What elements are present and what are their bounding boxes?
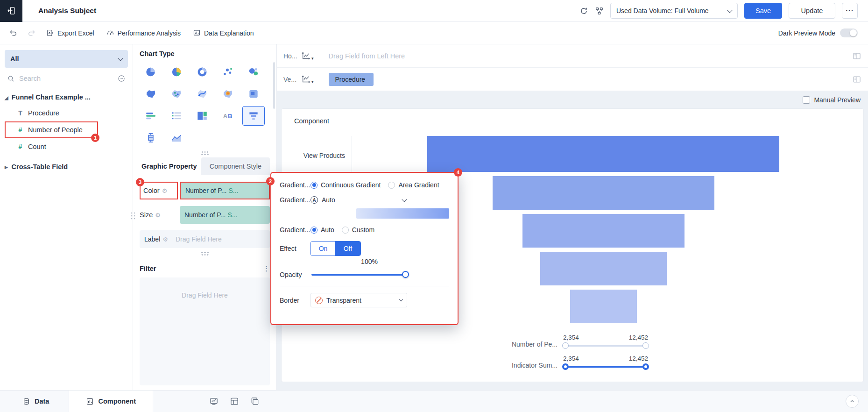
add-chart-icon[interactable]: [209, 397, 219, 406]
gradient-scheme-value: Auto: [322, 196, 335, 204]
map-heat-icon[interactable]: [217, 84, 239, 104]
field-item-number-of-people[interactable]: # Number of People 1: [5, 121, 98, 138]
funnel-bar[interactable]: [427, 136, 779, 172]
topbar: Analysis Subject Used Data Volume: Full …: [0, 0, 868, 22]
more-button[interactable]: ···: [842, 3, 858, 19]
manual-preview-checkbox[interactable]: [803, 96, 810, 104]
tree-root-node[interactable]: Funnel Chart Example ...: [5, 89, 128, 105]
funnel-bar[interactable]: [570, 290, 637, 323]
treemap-icon[interactable]: [191, 106, 213, 126]
border-select[interactable]: Transparent: [311, 293, 407, 307]
horizontal-axis-icon[interactable]: [301, 51, 314, 61]
radio-custom[interactable]: Custom: [342, 226, 374, 234]
tab-component[interactable]: Component: [69, 391, 153, 412]
effect-on-button[interactable]: On: [311, 242, 335, 256]
procedure-field-pill[interactable]: Procedure: [329, 73, 374, 86]
scope-select[interactable]: All: [5, 50, 128, 68]
dark-preview-toggle[interactable]: [840, 28, 858, 37]
funnel-bar[interactable]: [540, 252, 667, 285]
pie-multi-icon[interactable]: [165, 62, 188, 82]
slider-handle-right[interactable]: [642, 363, 649, 370]
area-chart-icon[interactable]: [165, 128, 188, 148]
search-input[interactable]: [19, 75, 113, 82]
slider-label: Number of Pe...: [486, 341, 557, 349]
horizontal-shelf-drop[interactable]: Drag Field from Left Here: [320, 52, 847, 60]
field-item-count[interactable]: # Count: [5, 139, 128, 155]
copy-component-icon[interactable]: [250, 397, 260, 406]
radio-auto[interactable]: Auto: [311, 226, 334, 234]
map-custom-icon[interactable]: [242, 84, 265, 104]
slider-handle-left[interactable]: [562, 342, 569, 349]
tab-graphic-property[interactable]: Graphic Property: [140, 163, 198, 170]
scrollbar[interactable]: [273, 62, 275, 109]
line-list-icon[interactable]: [165, 106, 188, 126]
data-volume-select[interactable]: Used Data Volume: Full Volume: [610, 3, 738, 19]
redo-button[interactable]: [22, 29, 40, 37]
slider-handle-left[interactable]: [562, 363, 569, 370]
vertical-shelf-drop[interactable]: Procedure: [320, 73, 847, 86]
gear-icon[interactable]: [155, 211, 161, 219]
color-label[interactable]: Color: [143, 187, 160, 194]
gradient-scheme-select[interactable]: A Auto: [311, 196, 406, 204]
label-drop-area[interactable]: Label Drag Field Here: [140, 230, 270, 248]
scatter-chart-icon[interactable]: [217, 62, 239, 82]
bubble-chart-icon[interactable]: [242, 62, 265, 82]
refresh-icon[interactable]: [579, 7, 588, 15]
field-item-procedure[interactable]: T Procedure: [5, 105, 128, 121]
tab-data[interactable]: Data: [13, 391, 58, 412]
boxplot-icon[interactable]: [140, 128, 162, 148]
donut-chart-icon[interactable]: [191, 62, 213, 82]
exit-button[interactable]: [0, 0, 22, 22]
gradient-preview[interactable]: [356, 208, 449, 219]
color-field-pill[interactable]: Number of P... S...: [180, 182, 270, 199]
map-area-icon[interactable]: [140, 84, 162, 104]
size-field-pill[interactable]: Number of P... S...: [180, 206, 270, 224]
data-explanation-button[interactable]: Data Explanation: [187, 22, 260, 44]
shelf-display-icon[interactable]: [852, 51, 861, 61]
funnel-bar[interactable]: [493, 176, 714, 210]
shelf-display-icon[interactable]: [852, 75, 861, 84]
slider-track[interactable]: [563, 345, 648, 347]
slider-track[interactable]: [563, 366, 648, 368]
drag-handle[interactable]: [201, 251, 209, 256]
map-flow-icon[interactable]: [191, 84, 213, 104]
tree-node-cross-table[interactable]: Cross-Table Field: [5, 158, 128, 175]
undo-button[interactable]: [5, 29, 22, 37]
update-button[interactable]: Update: [789, 3, 835, 19]
drag-handle[interactable]: [201, 151, 209, 156]
pie-chart-icon[interactable]: [140, 62, 162, 82]
panel-resize-handle[interactable]: [130, 212, 136, 220]
collapse-panel-button[interactable]: [846, 395, 859, 408]
chart-type-title: Chart Type: [140, 50, 270, 57]
gear-icon[interactable]: [162, 187, 168, 194]
effect-row: Effect On Off: [280, 241, 449, 256]
caret-collapsed-icon: [5, 163, 8, 170]
effect-toggle[interactable]: On Off: [311, 241, 361, 256]
bullet-bars-icon[interactable]: [140, 106, 162, 126]
funnel-bar[interactable]: [522, 214, 685, 248]
save-button[interactable]: Save: [744, 3, 782, 19]
circle-more-icon[interactable]: [117, 74, 126, 83]
slider-label: Indicator Sum...: [486, 362, 557, 370]
performance-analysis-button[interactable]: Performance Analysis: [100, 22, 187, 44]
drop-placeholder: Drag Field from Left Here: [329, 52, 405, 60]
filter-menu-icon[interactable]: [263, 264, 270, 273]
tab-component-style[interactable]: Component Style: [201, 157, 270, 175]
map-point-icon[interactable]: [165, 84, 188, 104]
effect-off-button[interactable]: Off: [335, 242, 360, 256]
radio-area-gradient[interactable]: Area Gradient: [388, 181, 439, 189]
opacity-slider-handle[interactable]: [402, 271, 409, 278]
add-table-icon[interactable]: [230, 397, 239, 406]
vertical-axis-icon[interactable]: [301, 74, 314, 85]
size-label[interactable]: Size: [140, 211, 153, 219]
slider-handle-right[interactable]: [642, 342, 649, 349]
border-label: Border: [280, 297, 311, 304]
radio-continuous-gradient[interactable]: Continuous Gradient: [311, 181, 381, 189]
funnel-chart-icon[interactable]: [242, 106, 265, 126]
export-excel-button[interactable]: Export Excel: [40, 22, 100, 44]
pill-aggregation: S...: [227, 211, 237, 219]
opacity-slider[interactable]: [311, 274, 406, 276]
text-chart-icon[interactable]: AB: [217, 106, 239, 126]
filter-drop-area[interactable]: Drag Field Here: [140, 277, 270, 385]
flow-diagram-icon[interactable]: [595, 7, 604, 15]
